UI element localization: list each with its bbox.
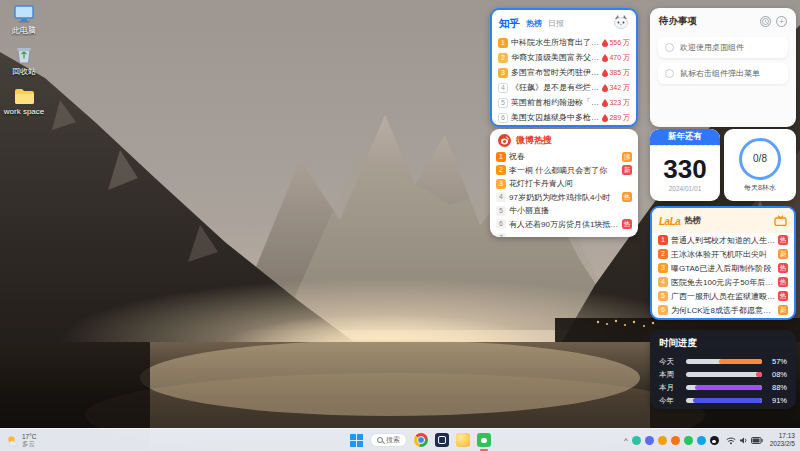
water-tracker-widget[interactable]: 0/8 每天8杯水 — [724, 129, 796, 201]
progress-row: 本周 08% — [659, 368, 787, 381]
progress-percent: 57% — [767, 357, 787, 366]
topic-title: 李一桐 什么都瞒只会害了你 — [509, 165, 619, 176]
taskbar-clock[interactable]: 17:13 2023/2/5 — [770, 432, 795, 448]
tray-app-icon[interactable] — [658, 436, 667, 445]
desktop-icon-label: 此电脑 — [12, 25, 36, 36]
clock-date: 2023/2/5 — [770, 440, 795, 448]
flame-icon — [602, 54, 608, 62]
tray-app-icon[interactable] — [697, 436, 706, 445]
todo-item[interactable]: 鼠标右击组件弹出菜单 — [658, 63, 788, 84]
weibo-logo-icon[interactable] — [498, 134, 511, 147]
topic-title: 王冰冰体验开飞机吓出尖叫 — [671, 249, 775, 260]
tray-app-icon[interactable] — [671, 436, 680, 445]
list-item[interactable]: 5英国前首相约翰逊称「坦克派遣已…」323 万 — [492, 95, 636, 110]
desktop-icon-workspace-folder[interactable]: work space — [2, 85, 46, 116]
progress-label: 今年 — [659, 396, 681, 406]
zhihu-mascot-icon — [613, 14, 629, 33]
topic-title: 华裔女顶级美国富养父母赡养她设十… — [511, 52, 599, 63]
zhihu-logo[interactable]: 知乎 — [499, 17, 520, 31]
hot-badge: 热 — [622, 219, 632, 229]
countdown-title: 新年还有 — [650, 129, 720, 145]
rank-badge: 2 — [496, 165, 506, 175]
search-input[interactable]: 搜索 — [370, 433, 407, 447]
checkbox[interactable] — [665, 69, 674, 78]
desktop-icon-recycle-bin[interactable]: 回收站 — [2, 44, 46, 77]
recycle-bin-icon — [13, 44, 35, 64]
system-status-icons[interactable] — [726, 436, 763, 445]
topic-title: …… — [509, 233, 632, 237]
todo-widget: 待办事项 + 欢迎使用桌面组件 鼠标右击组件弹出菜单 — [650, 8, 796, 127]
tray-app-icon[interactable] — [684, 436, 693, 445]
progress-row: 今天 57% — [659, 355, 787, 368]
list-item[interactable]: 4《狂飙》是不是有些烂尾了？342 万 — [492, 80, 636, 95]
newyear-countdown-widget[interactable]: 新年还有 330 2024/01/01 — [650, 129, 720, 201]
tray-app-icon[interactable] — [645, 436, 654, 445]
list-item[interactable]: 7……256 万 — [492, 125, 636, 127]
hot-badge: 热 — [778, 263, 788, 273]
lala-logo: LaLa — [659, 216, 680, 227]
progress-track — [686, 398, 762, 403]
topic-title: 有人还着90万房贷月供1块抵个税 — [509, 219, 619, 230]
qq-penguin-tray-icon[interactable] — [710, 436, 719, 445]
weather-condition: 多云 — [22, 440, 37, 447]
list-item[interactable]: 6有人还着90万房贷月供1块抵个税热 — [490, 218, 638, 232]
desktop-icon-this-pc[interactable]: 此电脑 — [2, 3, 46, 36]
progress-percent: 08% — [767, 370, 787, 379]
rank-badge: 4 — [496, 192, 506, 202]
clock-icon — [762, 18, 769, 25]
countdown-date: 2024/01/01 — [669, 185, 702, 192]
topic-title: 中科院水生所培育出了无刺鲫鱼，80… — [511, 37, 599, 48]
list-item[interactable]: 1中科院水生所培育出了无刺鲫鱼，80…556 万 — [492, 35, 636, 50]
weather-widget-button[interactable]: 17°C 多云 — [0, 433, 43, 448]
rank-badge: 3 — [498, 68, 508, 78]
tv-icon[interactable] — [774, 212, 787, 230]
topic-title: 医院免去100元房子50年后送10万 — [671, 277, 775, 288]
list-item[interactable]: 2李一桐 什么都瞒只会害了你新 — [490, 164, 638, 178]
list-item[interactable]: 6美国女囚越狱身中多枪死于狱门口，警…289 万 — [492, 110, 636, 125]
todo-item[interactable]: 欢迎使用桌面组件 — [658, 37, 788, 58]
list-item[interactable]: 1普通人到驾校才知道的人生真谛热 — [652, 233, 794, 247]
lala-header: LaLa 热榜 — [652, 208, 794, 233]
tab-daily[interactable]: 日报 — [548, 18, 564, 29]
progress-track — [686, 385, 762, 390]
list-item[interactable]: 5广西一服刑人员在监狱遭殴打致死热 — [652, 289, 794, 303]
water-count: 0/8 — [753, 153, 767, 164]
file-explorer-app-icon[interactable] — [435, 433, 449, 447]
list-item[interactable]: 3花灯打卡丹青人间 — [490, 177, 638, 191]
weather-temp: 17°C — [22, 433, 37, 440]
todo-header: 待办事项 + — [650, 8, 796, 32]
topic-title: 美国女囚越狱身中多枪死于狱门口，警… — [511, 112, 599, 123]
list-item[interactable]: 3曝GTA6已进入后期制作阶段热 — [652, 261, 794, 275]
zhihu-hotlist-widget: 知乎 热榜 日报 1中科院水生所培育出了无刺鲫鱼，80…556 万 2华裔女顶级… — [490, 8, 638, 127]
volume-icon — [739, 436, 748, 445]
topic-title: 多国宣布暂时关闭驻伊斯坦布尔领事… — [511, 67, 599, 78]
app-icon-yellow[interactable] — [456, 433, 470, 447]
list-item[interactable]: 7…… — [652, 317, 794, 320]
progress-percent: 88% — [767, 383, 787, 392]
flame-icon — [602, 114, 608, 122]
list-item[interactable]: 2华裔女顶级美国富养父母赡养她设十…470 万 — [492, 50, 636, 65]
list-item[interactable]: 2王冰冰体验开飞机吓出尖叫新 — [652, 247, 794, 261]
list-item[interactable]: 6为何LCK近8成选手都愿意来LPL新 — [652, 303, 794, 317]
list-item[interactable]: 1祝春沸 — [490, 150, 638, 164]
tab-hot[interactable]: 热榜 — [526, 18, 542, 29]
rank-badge: 1 — [658, 235, 668, 245]
start-button[interactable] — [350, 434, 363, 447]
hot-badge: 沸 — [622, 152, 632, 162]
wechat-app-icon[interactable] — [477, 433, 491, 447]
list-item[interactable]: 3多国宣布暂时关闭驻伊斯坦布尔领事…385 万 — [492, 65, 636, 80]
list-item[interactable]: 497岁奶奶为吃炸鸡排队4小时热 — [490, 191, 638, 205]
tray-app-icon[interactable] — [632, 436, 641, 445]
chrome-icon[interactable] — [414, 433, 428, 447]
list-item[interactable]: 7…… — [490, 231, 638, 237]
hot-badge: 热 — [778, 277, 788, 287]
checkbox[interactable] — [665, 43, 674, 52]
tray-chevron-up-icon[interactable]: ^ — [624, 436, 628, 445]
history-clock-button[interactable] — [760, 16, 771, 27]
add-todo-button[interactable]: + — [776, 16, 787, 27]
list-item[interactable]: 4医院免去100元房子50年后送10万热 — [652, 275, 794, 289]
lala-title: 热榜 — [684, 215, 701, 227]
list-item[interactable]: 5牛小丽直播 — [490, 204, 638, 218]
flame-icon — [602, 39, 608, 47]
heat-count: 289 万 — [609, 113, 630, 123]
